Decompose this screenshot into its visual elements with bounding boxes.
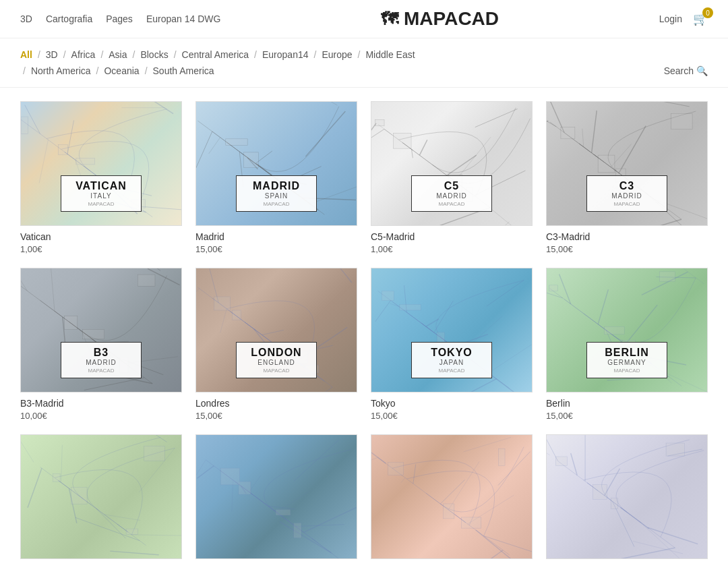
product-card-london[interactable]: LONDON ENGLAND MAPACAD Londres 15,00€	[195, 268, 357, 421]
product-price: 1,00€	[371, 244, 533, 254]
product-thumbnail: C5 MADRID MAPACAD	[371, 101, 533, 226]
product-country: ITALY	[71, 192, 131, 200]
nav-cartografia[interactable]: Cartografia	[46, 13, 92, 24]
product-country: MADRID	[421, 192, 482, 200]
filter-asia[interactable]: Asia	[109, 49, 127, 60]
filter-3d[interactable]: 3D	[46, 49, 58, 60]
product-card-madrid[interactable]: MADRID SPAIN MAPACAD Madrid 15,00€	[195, 101, 357, 254]
product-name: Tokyo	[371, 398, 533, 409]
map-background	[196, 435, 357, 558]
product-country: ENGLAND	[246, 359, 307, 366]
filter-blocks[interactable]: Blocks	[140, 49, 168, 60]
product-card-row3-1[interactable]	[20, 434, 182, 564]
product-label: LONDON ENGLAND MAPACAD	[236, 342, 317, 378]
product-price: 1,00€	[20, 244, 182, 254]
product-watermark: MAPACAD	[246, 201, 307, 207]
product-watermark: MAPACAD	[421, 368, 482, 374]
nav-europan[interactable]: Europan 14 DWG	[146, 13, 221, 24]
product-country: SPAIN	[246, 192, 307, 200]
product-name: Vatican	[20, 231, 182, 242]
product-thumbnail: C3 MADRID MAPACAD	[546, 101, 708, 226]
product-thumbnail	[546, 434, 708, 559]
product-card-b3madrid[interactable]: B3 MADRID MAPACAD B3-Madrid 10,00€	[20, 268, 182, 421]
search-label: Search	[664, 65, 694, 76]
filter-europan14[interactable]: Europan14	[262, 49, 309, 60]
product-city: TOKYO	[421, 347, 482, 359]
filter-south-america[interactable]: South America	[153, 65, 214, 76]
product-name: C3-Madrid	[546, 231, 708, 242]
product-thumbnail	[195, 434, 357, 559]
product-city: C5	[421, 180, 482, 192]
product-label: C5 MADRID MAPACAD	[411, 175, 492, 212]
sep-8: /	[23, 65, 26, 76]
sep-5: /	[254, 49, 257, 60]
logo[interactable]: 🗺 MAPACAD	[381, 8, 499, 30]
product-watermark: MAPACAD	[421, 201, 482, 207]
filter-all[interactable]: All	[20, 49, 32, 60]
product-price: 15,00€	[195, 244, 357, 254]
nav-pages[interactable]: Pages	[106, 13, 133, 24]
product-card-berlin[interactable]: BERLIN GERMANY MAPACAD Berlin 15,00€	[546, 268, 708, 421]
logo-icon: 🗺	[381, 9, 398, 30]
header: 3D Cartografia Pages Europan 14 DWG 🗺 MA…	[0, 0, 728, 38]
product-price: 15,00€	[546, 244, 708, 254]
product-thumbnail: MADRID SPAIN MAPACAD	[195, 101, 357, 226]
product-city: B3	[71, 347, 131, 359]
product-card-c5madrid[interactable]: C5 MADRID MAPACAD C5-Madrid 1,00€	[371, 101, 533, 254]
filter-central-america[interactable]: Central America	[182, 49, 249, 60]
product-label: VATICAN ITALY MAPACAD	[61, 175, 142, 212]
filter-north-america[interactable]: North America	[31, 65, 91, 76]
product-thumbnail: TOKYO JAPAN MAPACAD	[371, 268, 533, 393]
product-country: GERMANY	[597, 359, 657, 366]
nav-3d[interactable]: 3D	[20, 13, 32, 24]
product-thumbnail: LONDON ENGLAND MAPACAD	[195, 268, 357, 393]
product-price: 15,00€	[546, 411, 708, 421]
product-country: MADRID	[71, 359, 131, 366]
sep-10: /	[145, 65, 148, 76]
sep-7: /	[358, 49, 361, 60]
sep-2: /	[100, 49, 103, 60]
product-watermark: MAPACAD	[246, 368, 307, 374]
sep-6: /	[314, 49, 317, 60]
filter-middle-east[interactable]: Middle East	[365, 49, 415, 60]
search-button[interactable]: Search 🔍	[664, 65, 708, 76]
product-name: Madrid	[195, 231, 357, 242]
product-city: BERLIN	[597, 347, 657, 359]
product-country: JAPAN	[421, 359, 482, 366]
product-card-row3-2[interactable]	[195, 434, 357, 564]
product-price: 10,00€	[20, 411, 182, 421]
product-country: MADRID	[597, 192, 657, 200]
product-city: VATICAN	[71, 180, 131, 192]
product-watermark: MAPACAD	[597, 201, 657, 207]
filter-europe[interactable]: Europe	[322, 49, 352, 60]
login-button[interactable]: Login	[659, 13, 682, 24]
product-label: BERLIN GERMANY MAPACAD	[586, 342, 667, 378]
product-card-row3-4[interactable]	[546, 434, 708, 564]
sep-1: /	[63, 49, 66, 60]
product-label: B3 MADRID MAPACAD	[61, 342, 142, 378]
product-card-vatican[interactable]: VATICAN ITALY MAPACAD Vatican 1,00€	[20, 101, 182, 254]
filter-oceania[interactable]: Oceania	[104, 65, 139, 76]
product-card-row3-3[interactable]	[371, 434, 533, 564]
product-label: TOKYO JAPAN MAPACAD	[411, 342, 492, 378]
sep-3: /	[133, 49, 135, 60]
product-label: MADRID SPAIN MAPACAD	[236, 175, 317, 212]
product-card-c3madrid[interactable]: C3 MADRID MAPACAD C3-Madrid 15,00€	[546, 101, 708, 254]
product-city: C3	[597, 180, 657, 192]
product-watermark: MAPACAD	[597, 368, 657, 374]
product-watermark: MAPACAD	[71, 201, 131, 207]
logo-text: MAPACAD	[404, 8, 499, 30]
product-name: Londres	[195, 398, 357, 409]
product-city: MADRID	[246, 180, 307, 192]
product-thumbnail: VATICAN ITALY MAPACAD	[20, 101, 182, 226]
product-card-tokyo[interactable]: TOKYO JAPAN MAPACAD Tokyo 15,00€	[371, 268, 533, 421]
map-background	[547, 435, 707, 558]
map-background	[371, 435, 532, 558]
product-grid: VATICAN ITALY MAPACAD Vatican 1,00€ MADR…	[0, 88, 728, 578]
cart-button[interactable]: 🛒 0	[693, 11, 708, 26]
header-nav: 3D Cartografia Pages Europan 14 DWG	[20, 13, 220, 24]
filter-africa[interactable]: Africa	[71, 49, 96, 60]
product-city: LONDON	[246, 347, 307, 359]
product-label: C3 MADRID MAPACAD	[586, 175, 667, 212]
sep-9: /	[96, 65, 99, 76]
